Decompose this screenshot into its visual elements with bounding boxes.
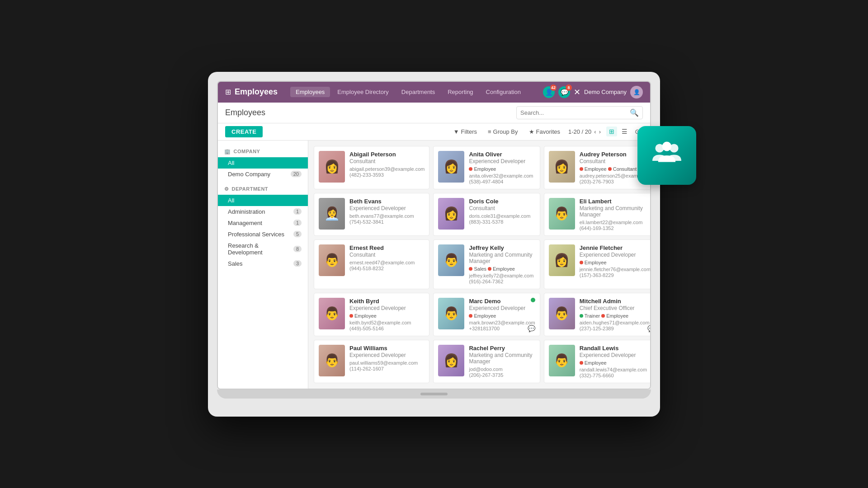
employee-email: jod@odoo.com <box>469 366 535 372</box>
next-page-button[interactable]: › <box>599 128 601 135</box>
employee-photo: 👨 <box>438 298 464 329</box>
filters-button[interactable]: ▼ Filters <box>451 127 480 136</box>
notification-badge-2[interactable]: 💬 8 <box>558 86 570 98</box>
employee-card[interactable]: 👩Jennie FletcherExperienced DeveloperEmp… <box>544 239 650 289</box>
profsvc-badge: 5 <box>293 231 302 237</box>
employee-tag: Employee <box>580 360 607 366</box>
sidebar-dept-sales[interactable]: Sales 3 <box>218 258 308 269</box>
employee-photo: 👨 <box>319 244 345 276</box>
department-section-title: ⚙ DEPARTMENT <box>218 183 308 195</box>
nav-departments[interactable]: Departments <box>396 87 440 97</box>
user-avatar[interactable]: 👤 <box>630 86 643 99</box>
employee-phone: (538)-497-4804 <box>469 179 535 184</box>
employee-card[interactable]: 👨Marc DemoExperienced DeveloperEmployeem… <box>433 293 540 336</box>
employee-card[interactable]: 👨Keith ByrdExperienced DeveloperEmployee… <box>314 293 429 336</box>
sidebar-company-all[interactable]: All <box>218 157 308 169</box>
employee-photo: 👨 <box>549 298 575 329</box>
employee-email: beth.evans77@example.com <box>349 213 425 219</box>
favorites-button[interactable]: ★ Favorites <box>526 127 563 136</box>
employee-role: Marketing and Community Manager <box>469 252 535 264</box>
employee-name: Ernest Reed <box>349 244 425 251</box>
employee-card[interactable]: 👨Ernest ReedConsultanternest.reed47@exam… <box>314 239 429 289</box>
employee-email: anita.oliver32@example.com <box>469 173 535 178</box>
employee-phone: (206)-267-3735 <box>469 372 535 378</box>
sidebar-dept-professional-services[interactable]: Professional Services 5 <box>218 229 308 240</box>
employee-role: Experienced Developer <box>580 252 650 258</box>
employee-tags: Employee <box>580 360 650 366</box>
employee-card[interactable]: 👩Abigail PetersonConsultantabigail.peter… <box>314 146 429 189</box>
employee-card[interactable]: 👨Mitchell AdminChief Executive OfficerTr… <box>544 293 650 336</box>
sidebar: 🏢 COMPANY All Demo Company 20 ⚙ DEPARTME… <box>218 141 308 389</box>
employee-email: abigail.peterson39@example.com <box>349 166 425 172</box>
employee-tags: TrainerEmployee <box>580 313 650 319</box>
apps-grid-icon[interactable]: ⊞ <box>225 88 231 96</box>
employee-email: paul.williams59@example.com <box>349 360 425 366</box>
sidebar-dept-management[interactable]: Management 1 <box>218 217 308 229</box>
employee-tag: Employee <box>580 166 607 172</box>
employee-tag: Employee <box>488 266 515 272</box>
employee-tag: Employee <box>601 313 628 319</box>
employee-card[interactable]: 👩Anita OliverExperienced DeveloperEmploy… <box>433 146 540 189</box>
employee-name: Rachel Perry <box>469 345 535 352</box>
sales-badge: 3 <box>293 260 302 267</box>
sidebar-dept-research-development[interactable]: Research & Development 8 <box>218 240 308 258</box>
main-navigation: Employees Employee Directory Departments… <box>290 87 539 97</box>
list-view-button[interactable]: ☰ <box>619 127 630 136</box>
nav-reporting[interactable]: Reporting <box>442 87 478 97</box>
notification-count-2: 8 <box>566 84 572 91</box>
employee-name: Jennie Fletcher <box>580 244 650 251</box>
sidebar-demo-company[interactable]: Demo Company 20 <box>218 169 308 180</box>
groupby-button[interactable]: ≡ Group By <box>485 127 521 136</box>
employee-grid: 👩Abigail PetersonConsultantabigail.peter… <box>314 146 645 383</box>
nav-employee-directory[interactable]: Employee Directory <box>332 87 394 97</box>
employee-role: Experienced Developer <box>349 205 425 211</box>
company-section-title: 🏢 COMPANY <box>218 146 308 157</box>
employee-phone: +3281813700 <box>469 326 535 331</box>
employee-photo: 👨 <box>319 345 345 376</box>
top-bar-actions: 👤 42 💬 8 ✕ Demo Company 👤 <box>543 86 643 99</box>
employee-photo: 👨 <box>438 244 464 276</box>
employee-card[interactable]: 👩‍💼Beth EvansExperienced Developerbeth.e… <box>314 193 429 236</box>
company-label[interactable]: Demo Company <box>584 89 627 95</box>
employee-tags: Employee <box>580 260 650 265</box>
employee-photo: 👩 <box>438 198 464 230</box>
nav-employees[interactable]: Employees <box>290 87 330 97</box>
search-icon[interactable]: 🔍 <box>630 108 639 117</box>
employee-card[interactable]: 👨Jeffrey KellyMarketing and Community Ma… <box>433 239 540 289</box>
online-status-dot <box>531 298 535 302</box>
employee-photo: 👨 <box>549 345 575 376</box>
close-icon[interactable]: ✕ <box>574 87 580 97</box>
search-bar[interactable]: 🔍 <box>516 106 643 119</box>
top-navigation-bar: ⊞ Employees Employees Employee Directory… <box>218 82 650 103</box>
employee-card[interactable]: 👨Paul WilliamsExperienced Developerpaul.… <box>314 340 429 383</box>
employee-email: jeffrey.kelly72@example.com <box>469 273 535 278</box>
employee-card[interactable]: 👨Randall LewisExperienced DeveloperEmplo… <box>544 340 650 383</box>
notification-badge-1[interactable]: 👤 42 <box>543 86 555 98</box>
search-input[interactable] <box>520 109 630 116</box>
grid-view-button[interactable]: ⊞ <box>606 127 617 136</box>
employee-name: Anita Oliver <box>469 151 535 158</box>
nav-configuration[interactable]: Configuration <box>481 87 526 97</box>
employee-role: Consultant <box>349 252 425 258</box>
employee-email: doris.cole31@example.com <box>469 213 535 219</box>
rd-badge: 8 <box>293 246 302 252</box>
page-title: Employees <box>225 108 265 117</box>
employee-tag: Employee <box>469 313 496 319</box>
employee-phone: (332)-775-6660 <box>580 373 650 378</box>
employee-email: eli.lambert22@example.com <box>580 220 650 225</box>
employee-card[interactable]: 👨Eli LambertMarketing and Community Mana… <box>544 193 650 236</box>
sidebar-dept-administration[interactable]: Administration 1 <box>218 206 308 217</box>
sidebar-dept-all[interactable]: All <box>218 195 308 206</box>
employee-tag: Trainer <box>580 313 600 319</box>
create-button[interactable]: CREATE <box>225 126 263 137</box>
employee-role: Chief Executive Officer <box>580 305 650 311</box>
employee-card[interactable]: 👩Audrey PetersonConsultantEmployeeConsul… <box>544 146 650 189</box>
admin-badge: 1 <box>293 208 302 215</box>
employee-role: Experienced Developer <box>349 305 425 311</box>
prev-page-button[interactable]: ‹ <box>594 128 596 135</box>
sub-header: Employees 🔍 <box>218 103 650 123</box>
employee-card[interactable]: 👩Doris ColeConsultantdoris.cole31@exampl… <box>433 193 540 236</box>
employee-tags: Employee <box>469 166 535 172</box>
employee-card[interactable]: 👩Rachel PerryMarketing and Community Man… <box>433 340 540 383</box>
employee-name: Keith Byrd <box>349 298 425 305</box>
